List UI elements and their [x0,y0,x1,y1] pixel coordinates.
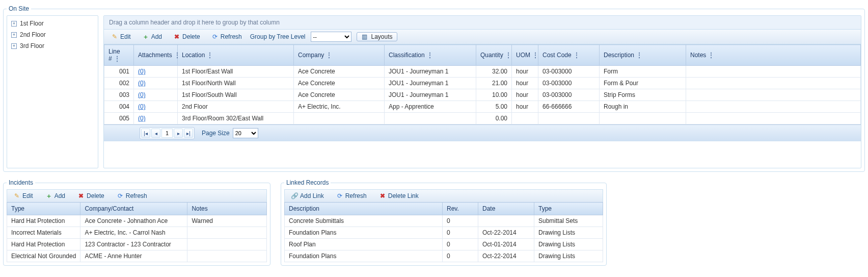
col-line[interactable]: Line #⋮ [104,45,134,66]
page-size-select[interactable]: 20 [233,128,258,138]
delete-button[interactable]: ✖Delete [170,32,203,41]
col-notes[interactable]: Notes [187,203,267,215]
attachments-link[interactable]: (0) [138,103,146,110]
delete-button[interactable]: ✖Delete [74,191,107,200]
edit-button[interactable]: ✎Edit [10,191,36,200]
layouts-label: Layouts [371,33,393,40]
table-row[interactable]: Electrical Not GroundedACME - Anne Hunte… [7,250,267,262]
group-by-label: Group by Tree Level [250,33,306,40]
add-button[interactable]: ＋Add [139,32,165,41]
col-contact[interactable]: Company/Contact [80,203,187,215]
cell-classification: App - Apprentice [385,101,476,113]
tree[interactable]: +1st Floor +2nd Floor +3rd Floor [7,15,98,168]
col-uom[interactable]: UOM⋮ [512,45,538,66]
table-row[interactable]: Foundation Plans0Oct-22-2014Drawing List… [285,250,603,262]
cell-desc: Foundation Plans [285,227,443,239]
column-menu-icon[interactable]: ⋮ [207,52,213,59]
pager-first[interactable]: |◂ [141,129,150,138]
col-desc[interactable]: Description [285,203,443,215]
column-menu-icon[interactable]: ⋮ [636,52,642,59]
cell-attachments: (0) [134,113,178,124]
tree-item[interactable]: +1st Floor [7,18,98,29]
add-button[interactable]: ＋Add [42,191,68,200]
cell-location: 1st Floor/South Wall [178,89,294,101]
table-row[interactable]: Hard Hat ProtectionAce Concrete - Johnat… [7,215,267,227]
page-size-label: Page Size [202,130,230,137]
cell-notes [187,227,267,239]
col-description[interactable]: Description⋮ [600,45,686,66]
expand-icon[interactable]: + [11,32,17,38]
pager: |◂ ◂ ▸ ▸| Page Size 20 [104,124,861,141]
delete-link-button[interactable]: ✖Delete Link [376,191,422,200]
cell-location: 3rd Floor/Room 302/East Wall [178,113,294,124]
table-row[interactable]: Concrete Submittals0Submittal Sets [285,215,603,227]
attachments-link[interactable]: (0) [138,68,146,75]
pager-next[interactable]: ▸ [174,129,183,138]
col-rev[interactable]: Rev. [443,203,478,215]
pencil-icon: ✎ [111,33,118,40]
table-row[interactable]: 002(0)1st Floor/North WallAce ConcreteJO… [104,78,861,89]
edit-button[interactable]: ✎Edit [108,32,134,41]
cell-attachments: (0) [134,66,178,78]
table-row[interactable]: 004(0)2nd FloorA+ Electric, Inc.App - Ap… [104,101,861,113]
table-row[interactable]: Foundation Plans0Oct-22-2014Drawing List… [285,227,603,239]
column-menu-icon[interactable]: ⋮ [532,52,538,59]
col-quantity[interactable]: Quantity⋮ [476,45,512,66]
refresh-button[interactable]: ⟳Refresh [333,191,370,200]
cell-uom: hour [512,89,538,101]
col-attachments[interactable]: Attachments⋮ [134,45,178,66]
cell-notes [686,78,861,89]
tree-item-label: 3rd Floor [20,42,44,49]
col-classification[interactable]: Classification⋮ [385,45,476,66]
table-row[interactable]: 003(0)1st Floor/South WallAce ConcreteJO… [104,89,861,101]
column-menu-icon[interactable]: ⋮ [326,52,332,59]
linked-records-fieldset: Linked Records 🔗Add Link ⟳Refresh ✖Delet… [281,179,607,266]
col-type[interactable]: Type [534,203,603,215]
table-row[interactable]: Roof Plan0Oct-01-2014Drawing Lists [285,239,603,250]
cell-notes [686,101,861,113]
column-menu-icon[interactable]: ⋮ [427,52,433,59]
refresh-button[interactable]: ⟳Refresh [114,191,150,200]
group-by-drop-area[interactable]: Drag a column header and drop it here to… [104,16,861,30]
refresh-icon: ⟳ [336,192,343,199]
column-menu-icon[interactable]: ⋮ [708,52,714,59]
refresh-button[interactable]: ⟳Refresh [208,32,245,41]
col-location[interactable]: Location⋮ [178,45,294,66]
refresh-label: Refresh [221,33,242,40]
pager-last[interactable]: ▸| [184,129,193,138]
x-icon: ✖ [173,33,180,40]
attachments-link[interactable]: (0) [138,115,146,122]
add-link-button[interactable]: 🔗Add Link [288,191,327,200]
cell-line: 002 [104,78,134,89]
col-costcode[interactable]: Cost Code⋮ [538,45,600,66]
attachments-link[interactable]: (0) [138,91,146,98]
cell-company: Ace Concrete [294,78,385,89]
cell-quantity: 10.00 [476,89,512,101]
pager-prev[interactable]: ◂ [151,129,160,138]
cell-notes: Warned [187,215,267,227]
tree-item[interactable]: +2nd Floor [7,29,98,40]
group-by-select[interactable]: -- [311,32,351,42]
col-type[interactable]: Type [7,203,80,215]
tree-item[interactable]: +3rd Floor [7,40,98,52]
cell-attachments: (0) [134,89,178,101]
col-company[interactable]: Company⋮ [294,45,385,66]
expand-icon[interactable]: + [11,43,17,49]
expand-icon[interactable]: + [11,21,17,27]
table-row[interactable]: 005(0)3rd Floor/Room 302/East Wall0.00 [104,113,861,124]
tree-item-label: 1st Floor [20,20,44,27]
col-notes[interactable]: Notes⋮ [686,45,861,66]
table-row[interactable]: 001(0)1st Floor/East WallAce ConcreteJOU… [104,66,861,78]
column-menu-icon[interactable]: ⋮ [114,55,120,62]
table-row[interactable]: Hard Hat Protection123 Contractor - 123 … [7,239,267,250]
layouts-button[interactable]: ▥Layouts [357,32,397,41]
cell-type: Drawing Lists [534,239,603,250]
col-date[interactable]: Date [478,203,534,215]
table-row[interactable]: Incorrect MaterialsA+ Electric, Inc. - C… [7,227,267,239]
attachments-link[interactable]: (0) [138,80,146,87]
column-menu-icon[interactable]: ⋮ [574,52,580,59]
column-menu-icon[interactable]: ⋮ [505,52,511,59]
pager-page-input[interactable] [161,129,173,138]
cell-date: Oct-01-2014 [478,239,534,250]
cell-classification: JOU1 - Journeyman 1 [385,66,476,78]
